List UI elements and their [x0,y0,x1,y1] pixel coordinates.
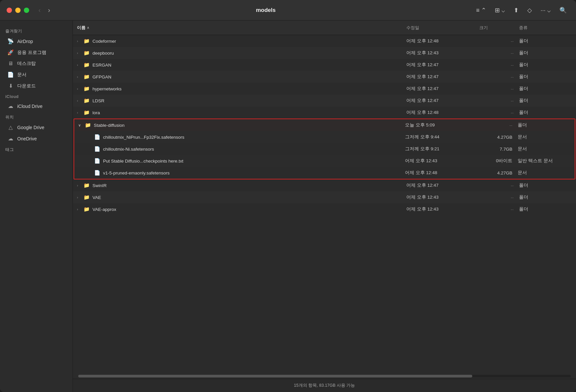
scrollbar-track[interactable] [78,375,571,377]
tags-label: 태그 [0,144,73,154]
nav-buttons: ‹ › [36,5,53,15]
file-name: LDSR [92,98,104,103]
file-name: GFPGAN [92,74,111,79]
list-sort-button[interactable]: ≡ ⌃ [473,5,489,15]
sidebar-item-label: 응용 프로그램 [17,50,46,56]
expand-arrow-icon: › [77,75,81,79]
sidebar-item-label: 데스크탑 [17,61,36,67]
table-row[interactable]: › 📁 LDSR 어제 오후 12:47 -- 폴더 [73,95,576,107]
sidebar-item-docs[interactable]: 📄 문서 [2,69,71,80]
file-kind: 폴더 [518,122,571,128]
table-row[interactable]: › 📁 VAE 어제 오후 12:43 -- 폴더 [73,191,576,203]
apps-icon: 🚀 [7,49,14,56]
file-name: lora [92,110,100,115]
table-row[interactable]: › 📁 Codeformer 어제 오후 12:48 -- 폴더 [73,35,576,47]
file-kind: 폴더 [519,86,572,92]
toolbar-right: ≡ ⌃ ⊞ ⌵ ⬆ ◇ ··· ⌵ 🔍 [473,5,569,15]
file-size: 7.7GB [478,147,518,152]
more-button[interactable]: ··· ⌵ [538,5,553,15]
scrollbar-thumb[interactable] [78,375,472,377]
onedrive-icon: ☁ [7,135,14,142]
file-pane: 이름 ∧ 수정일 크기 종류 › 📁 [73,21,576,392]
expand-arrow-icon: › [77,99,81,103]
titlebar: ‹ › models ≡ ⌃ ⊞ ⌵ ⬆ ◇ ··· ⌵ 🔍 [0,0,576,21]
file-modified: 그저께 오후 9:21 [405,146,478,152]
file-modified: 오늘 오후 5:09 [405,122,478,128]
table-row[interactable]: 📄 chilloutmix_NiPrun...Fp32Fix.safetenso… [74,131,575,143]
file-kind: 폴더 [519,206,572,212]
tag-icon: ◇ [527,7,532,14]
back-button[interactable]: ‹ [36,5,43,15]
sidebar-item-google-drive[interactable]: △ Google Drive [2,122,71,133]
tag-button[interactable]: ◇ [525,5,535,15]
file-modified: 어제 오후 12:48 [406,110,479,116]
folder-icon: 📁 [84,62,90,68]
sidebar-item-airdrop[interactable]: 📡 AirDrop [2,36,71,47]
table-row[interactable]: 📄 chilloutmix-Ni.safetensors 그저께 오후 9:21… [74,143,575,155]
file-size: -- [479,195,519,200]
table-row[interactable]: › 📁 SwinIR 어제 오후 12:47 -- 폴더 [73,179,576,191]
col-kind[interactable]: 종류 [519,25,572,31]
forward-button[interactable]: › [45,5,53,15]
col-modified[interactable]: 수정일 [406,25,479,31]
close-button[interactable] [7,8,12,13]
sidebar-item-onedrive[interactable]: ☁ OneDrive [2,133,71,144]
file-name-cell: › 📁 Codeformer [77,38,406,44]
table-row[interactable]: › 📁 GFPGAN 어제 오후 12:47 -- 폴더 [73,71,576,83]
sidebar-item-label: AirDrop [17,39,33,44]
file-kind: 폴더 [519,182,572,188]
sidebar-item-label: 문서 [17,72,27,78]
statusbar-text: 15개의 항목, 83.17GB 사용 가능 [294,383,355,388]
favorites-label: 즐겨찾기 [0,26,73,35]
doc-icon: 📄 [94,134,100,140]
expand-arrow-icon: › [77,195,81,199]
sidebar-item-downloads[interactable]: ⬇ 다운로드 [2,80,71,91]
sidebar-item-icloud-drive[interactable]: ☁ iCloud Drive [2,101,71,112]
finder-window: ‹ › models ≡ ⌃ ⊞ ⌵ ⬆ ◇ ··· ⌵ 🔍 [0,0,576,392]
table-row[interactable]: 📄 Put Stable Diffusio...checkpoints here… [74,155,575,167]
file-size: -- [479,86,519,91]
file-name-cell: › 📁 GFPGAN [77,74,406,80]
table-row[interactable]: ∨ 📁 Stable-diffusion 오늘 오후 5:09 -- 폴더 [74,119,575,131]
file-name: Put Stable Diffusio...checkpoints here.t… [103,159,183,164]
expand-arrow-icon: › [77,207,81,211]
file-name-cell: 📄 Put Stable Diffusio...checkpoints here… [78,158,405,164]
expand-arrow-icon: › [77,51,81,55]
file-modified: 그저께 오후 9:44 [405,134,478,140]
icloud-label: iCloud [0,92,73,100]
table-row[interactable]: › 📁 lora 어제 오후 12:48 -- 폴더 [73,107,576,119]
file-name-cell: 📄 chilloutmix_NiPrun...Fp32Fix.safetenso… [78,134,405,140]
expand-arrow-icon: › [77,183,81,187]
table-row[interactable]: › 📁 hypernetworks 어제 오후 12:47 -- 폴더 [73,83,576,95]
search-button[interactable]: 🔍 [557,5,569,15]
folder-icon: 📁 [84,182,90,188]
file-size: -- [479,98,519,103]
sidebar-item-apps[interactable]: 🚀 응용 프로그램 [2,47,71,58]
statusbar: 15개의 항목, 83.17GB 사용 가능 [73,379,576,392]
file-name: VAE-approx [92,207,116,212]
table-row[interactable]: › 📁 VAE-approx 어제 오후 12:43 -- 폴더 [73,203,576,215]
file-name-cell: › 📁 LDSR [77,98,406,104]
file-size: 0바이트 [478,158,518,164]
minimize-button[interactable] [15,8,21,13]
file-modified: 어제 오후 12:48 [406,38,479,44]
table-row[interactable]: › 📁 deepbooru 어제 오후 12:43 -- 폴더 [73,47,576,59]
grid-view-button[interactable]: ⊞ ⌵ [492,5,508,15]
sidebar-item-desktop[interactable]: 🖥 데스크탑 [2,58,71,69]
icloud-icon: ☁ [7,103,14,109]
file-modified: 어제 오후 12:43 [405,158,478,164]
share-button[interactable]: ⬆ [511,5,521,15]
col-size[interactable]: 크기 [479,25,519,31]
file-name-cell: › 📁 hypernetworks [77,86,406,92]
file-kind: 폴더 [519,38,572,44]
fullscreen-button[interactable] [24,8,29,13]
table-row[interactable]: › 📁 ESRGAN 어제 오후 12:47 -- 폴더 [73,59,576,71]
file-name-cell: 📄 v1-5-pruned-emaonly.safetensors [78,170,405,176]
col-name[interactable]: 이름 ∧ [77,25,406,31]
folder-icon: 📁 [84,74,90,80]
downloads-icon: ⬇ [7,83,14,89]
table-row[interactable]: 📄 v1-5-pruned-emaonly.safetensors 어제 오후 … [74,167,575,179]
file-size: -- [479,51,519,56]
expand-arrow-icon: ∨ [78,123,82,127]
file-name: ESRGAN [92,63,111,68]
